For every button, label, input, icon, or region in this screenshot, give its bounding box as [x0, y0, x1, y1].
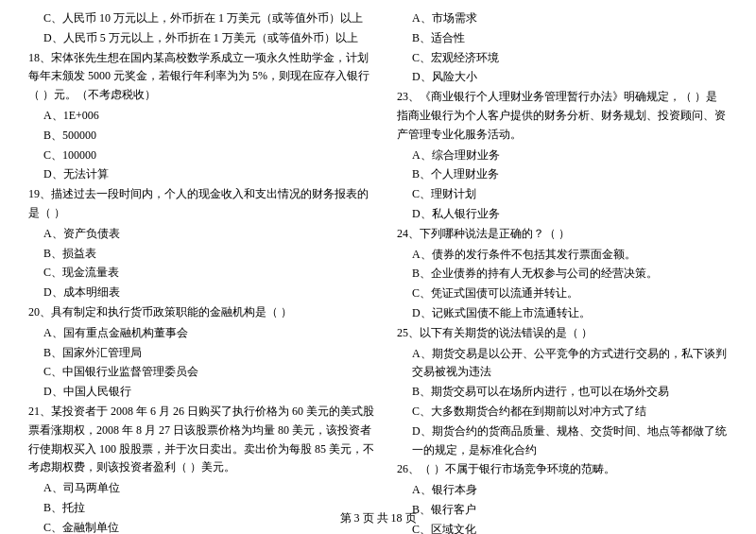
option-text: B、适合性	[397, 29, 728, 48]
option-text: C、理财计划	[397, 185, 728, 204]
question-text: 26、（ ）不属于银行市场竞争环境的范畴。	[397, 460, 728, 479]
option-text: C、宏观经济环境	[397, 49, 728, 68]
option-text: A、司马两单位	[28, 479, 378, 498]
option-text: A、债券的发行条件不包括其发行票面金额。	[397, 246, 728, 265]
option-text: D、期货合约的货商品质量、规格、交货时间、地点等都做了统一的规定，是标准化合约	[397, 422, 728, 460]
left-column: C、人民币 10 万元以上，外币折在 1 万美元（或等值外币）以上D、人民币 5…	[28, 9, 378, 534]
option-text: D、私人银行业务	[397, 205, 728, 224]
option-text: D、无法计算	[28, 165, 378, 184]
option-text: C、大多数期货合约都在到期前以对冲方式了结	[397, 403, 728, 422]
option-text: B、500000	[28, 127, 378, 146]
option-text: B、损益表	[28, 245, 378, 264]
option-text: D、风险大小	[397, 68, 728, 87]
option-text: A、资产负债表	[28, 225, 378, 244]
question-text: 25、以下有关期货的说法错误的是（ ）	[397, 324, 728, 343]
option-text: D、成本明细表	[28, 284, 378, 302]
option-text: B、国家外汇管理局	[28, 344, 378, 363]
question-text: 18、宋体张先生想在国内某高校数学系成立一项永久性助学金，计划每年末颁发 500…	[28, 49, 378, 105]
question-text: 24、下列哪种说法是正确的？（ ）	[397, 225, 728, 244]
option-text: C、凭证式国债可以流通并转让。	[397, 284, 728, 303]
option-text: D、人民币 5 万元以上，外币折在 1 万美元（或等值外币）以上	[28, 29, 378, 48]
option-text: A、综合理财业务	[397, 146, 728, 165]
option-text: C、人民币 10 万元以上，外币折在 1 万美元（或等值外币）以上	[28, 9, 378, 28]
page-info: 第 3 页 共 18 页	[340, 511, 417, 525]
option-text: B、企业债券的持有人无权参与公司的经营决策。	[397, 265, 728, 284]
two-column-layout: C、人民币 10 万元以上，外币折在 1 万美元（或等值外币）以上D、人民币 5…	[28, 9, 728, 534]
option-text: A、银行本身	[397, 481, 728, 500]
right-column: A、市场需求B、适合性C、宏观经济环境D、风险大小23、《商业银行个人理财业务管…	[397, 9, 728, 534]
option-text: B、个人理财业务	[397, 165, 728, 184]
option-text: B、期货交易可以在场所内进行，也可以在场外交易	[397, 383, 728, 402]
option-text: A、1E+006	[28, 107, 378, 126]
page-footer: 第 3 页 共 18 页	[0, 510, 756, 526]
question-text: 20、具有制定和执行货币政策职能的金融机构是（ ）	[28, 303, 378, 322]
question-text: 23、《商业银行个人理财业务管理暂行办法》明确规定，（ ）是指商业银行为个人客户…	[397, 88, 728, 144]
option-text: C、100000	[28, 146, 378, 165]
option-text: A、期货交易是以公开、公平竞争的方式进行交易的，私下谈判交易被视为违法	[397, 345, 728, 383]
option-text: C、中国银行业监督管理委员会	[28, 363, 378, 382]
exam-page: C、人民币 10 万元以上，外币折在 1 万美元（或等值外币）以上D、人民币 5…	[0, 0, 756, 534]
option-text: A、市场需求	[397, 9, 728, 28]
question-text: 19、描述过去一段时间内，个人的现金收入和支出情况的财务报表的是（ ）	[28, 185, 378, 223]
question-text: 21、某投资者于 2008 年 6 月 26 日购买了执行价格为 60 美元的美…	[28, 403, 378, 477]
option-text: A、国有重点金融机构董事会	[28, 324, 378, 343]
option-text: D、中国人民银行	[28, 383, 378, 402]
option-text: C、现金流量表	[28, 264, 378, 283]
option-text: D、记账式国债不能上市流通转让。	[397, 304, 728, 323]
